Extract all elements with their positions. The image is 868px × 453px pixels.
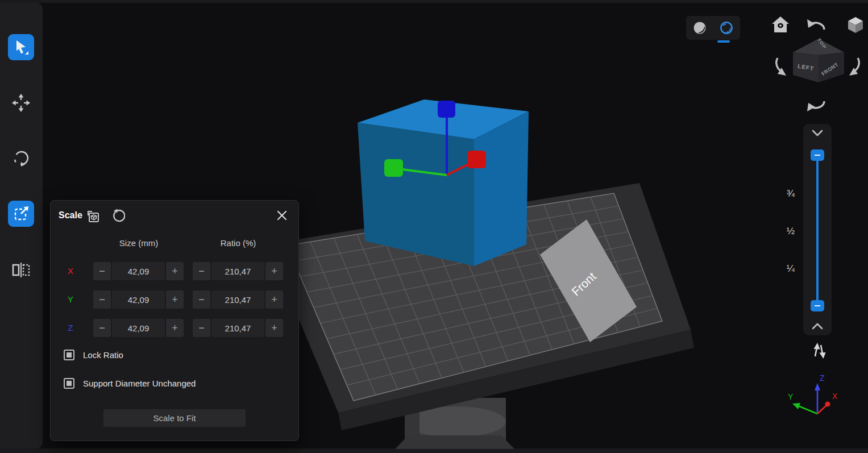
ratio-column-header: Ratio (%) <box>193 238 284 248</box>
support-diameter-label: Support Diameter Unchanged <box>83 379 196 388</box>
axis-label-z: Z <box>62 319 79 337</box>
slider-tick-three-quarters: ¾ <box>779 188 795 200</box>
y-size-increment-button[interactable]: + <box>166 290 184 309</box>
y-ratio-input[interactable] <box>211 290 264 309</box>
transparent-sphere-icon[interactable] <box>719 20 734 35</box>
reset-icon[interactable] <box>110 209 125 223</box>
x-ratio-decrement-button[interactable]: − <box>193 262 210 280</box>
slider-handle-bottom[interactable] <box>811 300 824 311</box>
rotate-tool-button[interactable] <box>8 145 34 171</box>
slider-tick-half: ½ <box>779 226 795 237</box>
triad-y-label: Y <box>788 392 794 401</box>
scale-handle-z[interactable] <box>438 101 455 118</box>
mirror-tool-button[interactable] <box>8 257 34 283</box>
solid-sphere-icon[interactable] <box>692 20 707 35</box>
scale-handle-y[interactable] <box>384 159 403 177</box>
triad-x-label: X <box>832 392 838 401</box>
z-size-increment-button[interactable]: + <box>166 319 184 337</box>
lock-ratio-label: Lock Ratio <box>83 350 123 360</box>
rotate-icon <box>12 149 30 167</box>
move-icon <box>11 93 31 113</box>
axis-triad: Z Y X <box>783 368 846 431</box>
x-ratio-input[interactable] <box>211 262 264 280</box>
size-column-header: Size (mm) <box>93 238 184 248</box>
x-size-input[interactable] <box>112 262 165 280</box>
z-ratio-decrement-button[interactable]: − <box>193 319 210 337</box>
slider-track[interactable] <box>816 156 819 309</box>
chevron-down-icon[interactable] <box>810 128 825 138</box>
chevron-up-icon[interactable] <box>810 322 825 331</box>
scale-dialog: Scale Size (mm) Ratio (%) X − + <box>50 200 299 441</box>
z-size-input[interactable] <box>112 319 165 337</box>
checkbox-checked-icon <box>64 378 74 389</box>
section-slider <box>803 124 832 335</box>
lock-ratio-checkbox[interactable]: Lock Ratio <box>64 350 123 360</box>
rotate-up-arrow-icon[interactable] <box>807 19 824 30</box>
y-size-input[interactable] <box>112 290 165 309</box>
slicer-window: Front <box>0 0 868 453</box>
slider-tick-quarter: ¼ <box>779 263 795 275</box>
checkbox-checked-icon <box>64 350 74 360</box>
close-icon[interactable] <box>276 209 288 222</box>
scale-row-x: X − + − + <box>51 262 298 280</box>
view-navigation: TOP LEFT FRONT <box>767 11 868 117</box>
support-diameter-checkbox[interactable]: Support Diameter Unchanged <box>64 378 196 389</box>
axis-label-y: Y <box>62 290 79 309</box>
y-ratio-increment-button[interactable]: + <box>265 290 283 309</box>
swap-vertical-icon[interactable] <box>808 341 828 360</box>
select-tool-button[interactable] <box>8 34 34 60</box>
triad-z-label: Z <box>820 373 825 383</box>
scale-icon <box>13 205 30 222</box>
x-size-increment-button[interactable]: + <box>166 262 184 280</box>
move-tool-button[interactable] <box>8 90 34 116</box>
model-cube[interactable] <box>358 99 529 266</box>
view-cube[interactable]: TOP LEFT FRONT <box>793 38 844 82</box>
y-ratio-decrement-button[interactable]: − <box>193 290 210 309</box>
tool-sidebar <box>0 3 43 448</box>
copy-parameters-icon[interactable] <box>86 209 101 223</box>
rotate-down-arrow-icon[interactable] <box>807 101 824 111</box>
scale-handle-x[interactable] <box>467 151 486 168</box>
cursor-icon <box>13 39 30 56</box>
rotate-right-arrow-icon[interactable] <box>849 58 859 76</box>
iso-cube-icon[interactable] <box>848 17 863 33</box>
scale-to-fit-button[interactable]: Scale to Fit <box>103 409 246 427</box>
render-mode-toggle <box>686 16 740 40</box>
active-mode-underline <box>717 40 730 43</box>
scale-dialog-title: Scale <box>59 210 82 221</box>
z-ratio-input[interactable] <box>211 319 264 337</box>
scale-row-y: Y − + − + <box>51 290 298 309</box>
scale-row-z: Z − + − + <box>51 319 298 337</box>
x-size-decrement-button[interactable]: − <box>93 262 111 280</box>
slider-handle-top[interactable] <box>811 149 824 161</box>
axis-label-x: X <box>62 262 79 280</box>
y-size-decrement-button[interactable]: − <box>93 290 111 309</box>
scale-tool-button[interactable] <box>8 201 34 227</box>
mirror-icon <box>11 261 31 279</box>
x-ratio-increment-button[interactable]: + <box>265 262 283 280</box>
z-ratio-increment-button[interactable]: + <box>265 319 283 337</box>
home-icon[interactable] <box>772 16 789 32</box>
rotate-left-arrow-icon[interactable] <box>776 58 786 76</box>
z-size-decrement-button[interactable]: − <box>93 319 111 337</box>
